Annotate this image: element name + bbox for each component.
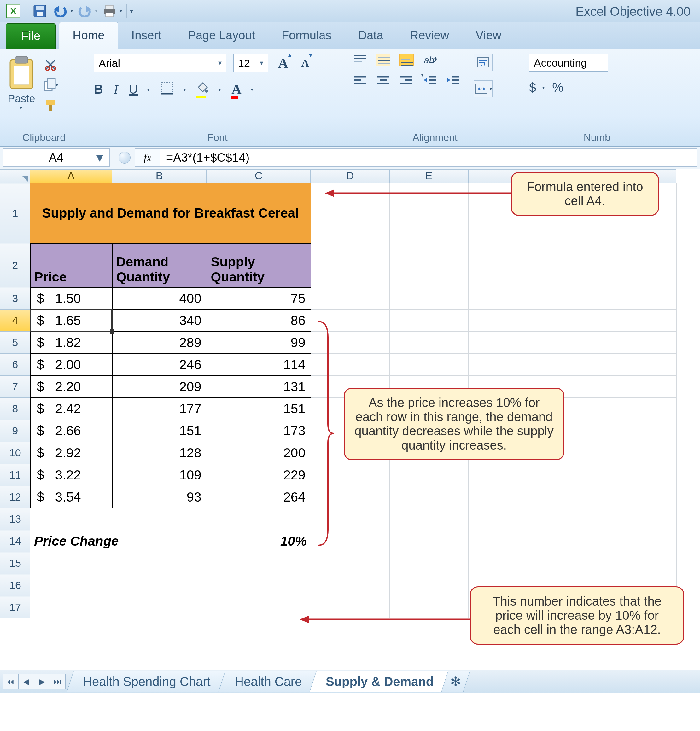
- row-header-16[interactable]: 16: [0, 574, 30, 596]
- align-bottom-icon[interactable]: [399, 54, 414, 66]
- tab-formulas[interactable]: Formulas: [268, 22, 345, 48]
- cell-a2[interactable]: Price: [30, 243, 112, 288]
- fill-color-icon[interactable]: [196, 82, 209, 97]
- row-header-3[interactable]: 3: [0, 288, 30, 310]
- name-box-dropdown-icon[interactable]: ▼: [94, 151, 106, 164]
- font-color-icon[interactable]: A: [231, 81, 241, 97]
- merge-center-icon[interactable]: a▾: [474, 81, 493, 97]
- align-left-icon[interactable]: [353, 74, 367, 86]
- undo-icon[interactable]: [51, 2, 69, 19]
- select-all-corner[interactable]: [0, 169, 30, 183]
- row-header-10[interactable]: 10: [0, 442, 30, 464]
- cancel-formula-icon[interactable]: [119, 152, 131, 164]
- cell-b7[interactable]: 209: [112, 376, 207, 398]
- undo-dropdown-icon[interactable]: ▾: [71, 9, 73, 13]
- cell-c11[interactable]: 229: [207, 464, 311, 486]
- align-top-icon[interactable]: [353, 54, 367, 66]
- row-header-6[interactable]: 6: [0, 354, 30, 376]
- col-header-c[interactable]: C: [207, 169, 310, 183]
- cell-c3[interactable]: 75: [207, 288, 311, 310]
- shrink-font-icon[interactable]: A▾: [301, 57, 312, 69]
- sheet-tab-2[interactable]: Health Care: [218, 671, 318, 692]
- cell-c9[interactable]: 173: [207, 420, 311, 442]
- tab-data[interactable]: Data: [345, 22, 396, 48]
- tab-review[interactable]: Review: [397, 22, 463, 48]
- cell-a10[interactable]: $ 2.92: [30, 442, 112, 464]
- cell-b10[interactable]: 128: [112, 442, 207, 464]
- cell-b2[interactable]: Demand Quantity: [112, 243, 207, 288]
- row-header-5[interactable]: 5: [0, 332, 30, 354]
- col-header-b[interactable]: B: [112, 169, 207, 183]
- tab-insert[interactable]: Insert: [118, 22, 175, 48]
- paste-dropdown-icon[interactable]: ▾: [20, 105, 22, 110]
- cell-c4[interactable]: 86: [207, 310, 311, 332]
- cell-a6[interactable]: $ 2.00: [30, 354, 112, 376]
- tab-file[interactable]: File: [6, 23, 56, 49]
- cell-a11[interactable]: $ 3.22: [30, 464, 112, 486]
- cell-a8[interactable]: $ 2.42: [30, 398, 112, 420]
- tab-page-layout[interactable]: Page Layout: [175, 22, 268, 48]
- spreadsheet-grid[interactable]: 1 Supply and Demand for Breakfast Cereal…: [0, 183, 676, 618]
- cell-a7[interactable]: $ 2.20: [30, 376, 112, 398]
- align-center-icon[interactable]: [376, 74, 390, 86]
- align-middle-icon[interactable]: [376, 54, 390, 66]
- cell-a4-selected[interactable]: $ 1.65: [30, 310, 112, 332]
- cut-icon[interactable]: [41, 56, 60, 73]
- paste-button[interactable]: Paste ▾: [6, 54, 37, 110]
- cell-c12[interactable]: 264: [207, 486, 311, 508]
- print-icon[interactable]: [101, 2, 118, 19]
- row-header-2[interactable]: 2: [0, 243, 30, 288]
- row-header-8[interactable]: 8: [0, 398, 30, 420]
- font-size-combo[interactable]: 12▾: [233, 54, 268, 72]
- currency-button[interactable]: $: [529, 81, 536, 95]
- col-header-d[interactable]: D: [310, 169, 390, 183]
- cell-c10[interactable]: 200: [207, 442, 311, 464]
- cell-c2[interactable]: Supply Quantity: [207, 243, 311, 288]
- row-header-9[interactable]: 9: [0, 420, 30, 442]
- align-right-icon[interactable]: [399, 74, 414, 86]
- row-header-17[interactable]: 17: [0, 596, 30, 618]
- insert-function-button[interactable]: fx: [135, 148, 160, 167]
- increase-indent-icon[interactable]: [446, 74, 460, 86]
- row-header-1[interactable]: 1: [0, 183, 30, 243]
- cell-a12[interactable]: $ 3.54: [30, 486, 112, 508]
- row-header-13[interactable]: 13: [0, 508, 30, 530]
- bold-button[interactable]: B: [94, 82, 103, 97]
- sheet-nav-prev-icon[interactable]: ◀: [18, 674, 34, 689]
- cell-a3[interactable]: $ 1.50: [30, 288, 112, 310]
- formula-input[interactable]: =A3*(1+$C$14): [160, 148, 697, 167]
- cell-c7[interactable]: 131: [207, 376, 311, 398]
- percent-button[interactable]: %: [552, 81, 563, 95]
- cell-a5[interactable]: $ 1.82: [30, 332, 112, 354]
- sheet-nav-first-icon[interactable]: ⏮: [3, 674, 18, 689]
- redo-icon[interactable]: [76, 2, 93, 19]
- tab-view[interactable]: View: [462, 22, 515, 48]
- orientation-icon[interactable]: ab▾: [422, 54, 437, 66]
- cell-b6[interactable]: 246: [112, 354, 207, 376]
- cell-price-change-label[interactable]: Price Change: [30, 530, 207, 552]
- cell-b12[interactable]: 93: [112, 486, 207, 508]
- col-header-a[interactable]: A: [30, 169, 112, 183]
- grow-font-icon[interactable]: A▴: [278, 55, 291, 71]
- sheet-nav-last-icon[interactable]: ⏭: [50, 674, 66, 689]
- row-header-12[interactable]: 12: [0, 486, 30, 508]
- row-header-11[interactable]: 11: [0, 464, 30, 486]
- sheet-nav-next-icon[interactable]: ▶: [34, 674, 50, 689]
- cell-c8[interactable]: 151: [207, 398, 311, 420]
- name-box[interactable]: A4 ▼: [3, 148, 110, 167]
- tab-home[interactable]: Home: [59, 22, 118, 49]
- row-header-15[interactable]: 15: [0, 552, 30, 574]
- sheet-tab-1[interactable]: Health Spending Chart: [66, 671, 227, 692]
- wrap-text-icon[interactable]: [474, 54, 493, 71]
- col-header-e[interactable]: E: [390, 169, 468, 183]
- cell-b5[interactable]: 289: [112, 332, 207, 354]
- print-dropdown-icon[interactable]: ▾: [120, 9, 122, 13]
- qat-customize-icon[interactable]: ▾: [130, 7, 133, 15]
- cell-b3[interactable]: 400: [112, 288, 207, 310]
- format-painter-icon[interactable]: [41, 97, 60, 114]
- font-name-combo[interactable]: Arial▾: [94, 54, 226, 72]
- number-format-combo[interactable]: Accounting: [529, 54, 608, 72]
- cell-b9[interactable]: 151: [112, 420, 207, 442]
- cell-c6[interactable]: 114: [207, 354, 311, 376]
- sheet-tab-3[interactable]: Supply & Demand: [309, 671, 450, 692]
